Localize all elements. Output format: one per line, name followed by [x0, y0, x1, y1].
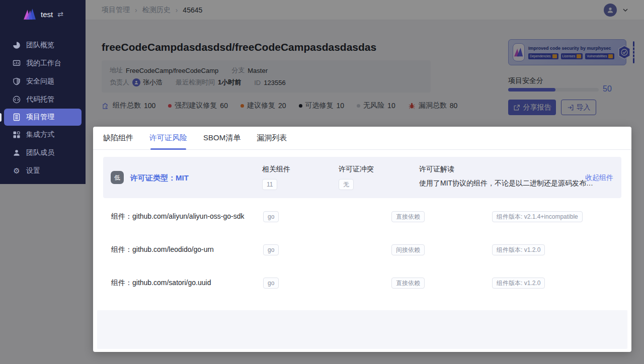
sidebar-item-integrations[interactable]: 集成方式: [0, 126, 86, 144]
component-name: github.com/leodido/go-urn: [132, 245, 214, 253]
language-tag: go: [263, 278, 279, 289]
sidebar-item-team-members[interactable]: 团队成员: [0, 144, 86, 162]
sidebar: test ⇄ 团队概览 我的工作台 安全问题: [0, 0, 86, 184]
language-tag: go: [263, 211, 279, 222]
gear-icon: ⚙: [13, 167, 21, 175]
sidebar-item-team-overview[interactable]: 团队概览: [0, 36, 86, 54]
component-label: 组件：: [111, 245, 132, 253]
license-card: 低 许可证类型：MIT 相关组件 11 许可证冲突 无 许可证解读 使用了MIT…: [103, 157, 621, 198]
sidebar-item-project-manage[interactable]: 项目管理: [4, 109, 82, 126]
component-name: github.com/aliyun/aliyun-oss-go-sdk: [132, 212, 245, 220]
tab-defect-components[interactable]: 缺陷组件: [103, 127, 133, 150]
active-item-indicator: [0, 113, 2, 122]
workspace-switcher[interactable]: test ⇄: [0, 0, 86, 27]
license-conflict-header: 许可证冲突: [339, 165, 374, 174]
tab-license-risk[interactable]: 许可证风险: [149, 127, 187, 150]
component-name: github.com/satori/go.uuid: [132, 279, 211, 287]
license-conflict-value: 无: [339, 179, 354, 190]
sidebar-item-security-issues[interactable]: 安全问题: [0, 72, 86, 90]
tab-sbom-list[interactable]: SBOM清单: [203, 127, 240, 150]
workspace-name: test: [41, 10, 53, 19]
component-label: 组件：: [111, 212, 132, 220]
component-row: 组件：github.com/leodido/go-urn go 间接依赖 组件版…: [93, 243, 631, 258]
language-tag: go: [263, 244, 279, 255]
sidebar-item-settings[interactable]: ⚙ 设置: [0, 162, 86, 180]
person-icon: [13, 149, 21, 157]
component-row: 组件：github.com/satori/go.uuid go 直接依赖 组件版…: [93, 276, 631, 291]
sidebar-item-workbench[interactable]: 我的工作台: [0, 54, 86, 72]
component-version-tag: 组件版本: v1.2.0: [492, 244, 545, 255]
detail-drawer: 缺陷组件 许可证风险 SBOM清单 漏洞列表 低 许可证类型：MIT 相关组件 …: [93, 127, 631, 352]
switch-workspace-icon[interactable]: ⇄: [57, 10, 63, 18]
license-interpretation-header: 许可证解读: [419, 165, 454, 174]
related-components-header: 相关组件: [262, 165, 290, 174]
component-version-tag: 组件版本: v1.2.0: [492, 278, 545, 289]
collapse-components-link[interactable]: 收起组件: [585, 173, 613, 183]
related-components-count: 11: [262, 179, 277, 190]
pie-chart-icon: [13, 41, 21, 49]
detail-tabs: 缺陷组件 许可证风险 SBOM清单 漏洞列表: [93, 127, 631, 150]
next-license-card-placeholder: [97, 310, 627, 349]
component-label: 组件：: [111, 279, 132, 287]
blocks-icon: [13, 131, 21, 139]
tab-vuln-list[interactable]: 漏洞列表: [257, 127, 287, 150]
sidebar-menu: 团队概览 我的工作台 安全问题 代码托管: [0, 36, 86, 180]
license-type-link[interactable]: 许可证类型：MIT: [130, 173, 189, 183]
app-logo-icon: [23, 8, 36, 20]
component-row: 组件：github.com/aliyun/aliyun-oss-go-sdk g…: [93, 210, 631, 225]
sidebar-item-code-hosting[interactable]: 代码托管: [0, 90, 86, 109]
dependency-type-tag: 间接依赖: [391, 244, 425, 255]
document-list-icon: [13, 113, 21, 121]
component-version-tag: 组件版本: v2.1.4+incompatible: [492, 211, 583, 222]
shield-icon: [13, 77, 21, 85]
dependency-type-tag: 直接依赖: [391, 211, 425, 222]
workbench-icon: [13, 59, 21, 67]
code-hosting-icon: [13, 96, 21, 104]
risk-level-badge: 低: [111, 171, 124, 184]
dependency-type-tag: 直接依赖: [391, 278, 425, 289]
